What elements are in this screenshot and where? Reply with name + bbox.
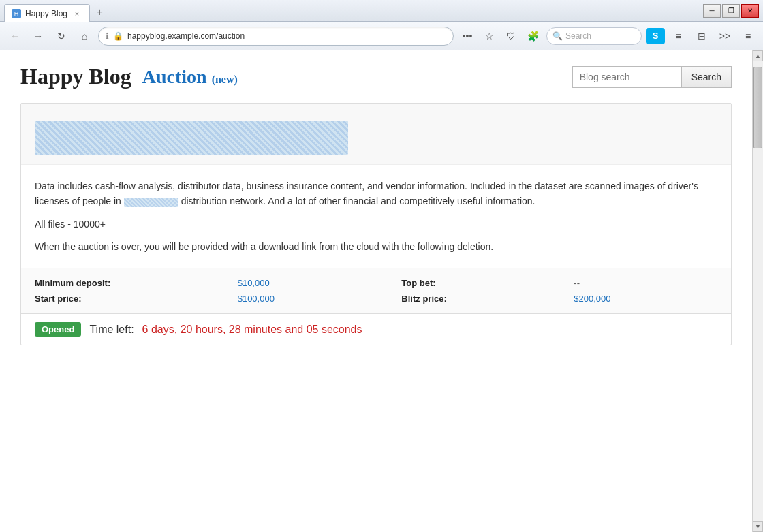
skype-button[interactable]: S xyxy=(646,28,665,44)
active-tab[interactable]: H Happy Blog × xyxy=(4,4,90,22)
minimize-button[interactable]: ─ xyxy=(703,4,721,18)
chevron-right-icon[interactable]: >> xyxy=(715,27,734,46)
extension-button[interactable]: 🧩 xyxy=(523,27,542,46)
new-tab-button[interactable]: + xyxy=(90,3,109,21)
reload-button[interactable]: ↻ xyxy=(52,27,71,46)
time-left-label: Time left: xyxy=(89,324,134,336)
page-content: Happy Blog Auction (new) Search xyxy=(0,50,752,532)
browser-search-input: Search xyxy=(565,31,636,41)
redacted-name xyxy=(124,198,178,207)
shield-button[interactable]: 🛡 xyxy=(501,27,520,46)
more-button[interactable]: ••• xyxy=(458,27,477,46)
title-bar: H Happy Blog × + ─ ❐ ✕ xyxy=(0,0,763,22)
top-bet-value: -- xyxy=(574,278,717,288)
article-text-1: Data includes cash-flow analysis, distri… xyxy=(35,178,717,209)
blog-search-area: Search xyxy=(572,66,732,88)
restore-button[interactable]: ❐ xyxy=(722,4,740,18)
bid-info: Minimum deposit: $10,000 Top bet: -- Sta… xyxy=(21,268,731,313)
home-button[interactable]: ⌂ xyxy=(75,27,94,46)
article-files: All files - 10000+ xyxy=(35,219,717,230)
article-card: Data includes cash-flow analysis, distri… xyxy=(20,103,732,345)
sidebar-button[interactable]: ⊟ xyxy=(692,27,711,46)
tab-favicon: H xyxy=(12,9,21,18)
window-controls: ─ ❐ ✕ xyxy=(703,4,759,18)
tab-area: H Happy Blog × + xyxy=(4,0,703,21)
redacted-banner xyxy=(35,121,348,155)
search-icon: 🔍 xyxy=(552,31,563,41)
info-icon: ℹ xyxy=(106,31,109,41)
status-bar: Opened Time left: 6 days, 20 hours, 28 m… xyxy=(21,313,731,345)
status-badge: Opened xyxy=(35,322,81,337)
scroll-track[interactable] xyxy=(753,61,763,521)
back-button[interactable]: ← xyxy=(5,27,25,46)
lock-icon: 🔒 xyxy=(113,31,123,41)
min-deposit-value: $10,000 xyxy=(238,278,382,288)
blog-search-button[interactable]: Search xyxy=(681,66,732,88)
blitz-price-label: Blitz price: xyxy=(401,294,553,304)
blog-title: Happy Blog xyxy=(20,64,131,89)
article-body: Data includes cash-flow analysis, distri… xyxy=(21,165,731,268)
forward-button[interactable]: → xyxy=(29,27,48,46)
top-bet-label: Top bet: xyxy=(401,278,553,288)
scrollbar[interactable]: ▲ ▼ xyxy=(752,50,763,532)
auction-title: Auction (new) xyxy=(142,66,238,88)
close-button[interactable]: ✕ xyxy=(741,4,759,18)
blitz-price-value: $200,000 xyxy=(574,294,717,304)
start-price-value: $100,000 xyxy=(238,294,382,304)
address-text: happyblog.example.com/auction xyxy=(127,31,446,41)
page-area: Happy Blog Auction (new) Search xyxy=(0,50,763,532)
scroll-up-arrow[interactable]: ▲ xyxy=(753,50,763,61)
article-image-area xyxy=(21,104,731,165)
browser-toolbar: ← → ↻ ⌂ ℹ 🔒 happyblog.example.com/auctio… xyxy=(0,22,763,50)
start-price-label: Start price: xyxy=(35,294,217,304)
menu-button[interactable]: ≡ xyxy=(738,27,758,46)
scroll-down-arrow[interactable]: ▼ xyxy=(753,521,763,532)
time-left-value: 6 days, 20 hours, 28 minutes and 05 seco… xyxy=(142,324,362,336)
toolbar-icons: ••• ☆ 🛡 🧩 xyxy=(458,27,542,46)
tab-title: Happy Blog xyxy=(25,9,67,18)
star-button[interactable]: ☆ xyxy=(480,27,499,46)
blog-header: Happy Blog Auction (new) Search xyxy=(20,64,732,89)
blog-search-input[interactable] xyxy=(572,66,681,88)
reader-button[interactable]: ≡ xyxy=(669,27,688,46)
auction-new-badge: (new) xyxy=(212,74,238,85)
article-download: When the auction is over, you will be pr… xyxy=(35,239,717,254)
browser-search-box[interactable]: 🔍 Search xyxy=(546,27,642,45)
scroll-thumb[interactable] xyxy=(753,67,762,148)
min-deposit-label: Minimum deposit: xyxy=(35,278,217,288)
address-bar[interactable]: ℹ 🔒 happyblog.example.com/auction xyxy=(98,27,454,46)
tab-close-button[interactable]: × xyxy=(72,8,82,19)
